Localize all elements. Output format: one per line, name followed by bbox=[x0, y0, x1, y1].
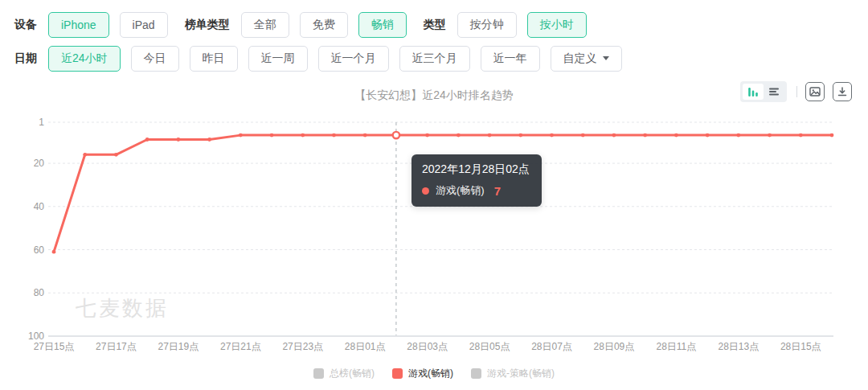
y-tick-label: 40 bbox=[34, 201, 45, 212]
chart-legend: 总榜(畅销)游戏(畅销)游戏-策略(畅销) bbox=[0, 367, 868, 380]
app-ranking-dashboard: 设备iPhoneiPad榜单类型全部免费畅销类型按分钟按小时 日期近24小时今日… bbox=[0, 0, 868, 390]
x-tick-label: 27日23点 bbox=[282, 341, 323, 352]
x-tick-label: 27日19点 bbox=[158, 341, 199, 352]
legend-swatch-icon bbox=[471, 368, 481, 379]
data-point bbox=[207, 138, 211, 142]
data-point bbox=[332, 133, 336, 138]
data-point bbox=[706, 133, 710, 138]
x-tick-label: 28日11点 bbox=[656, 341, 696, 352]
watermark: 七麦数据 bbox=[76, 294, 169, 322]
legend-item-游戏(畅销)[interactable]: 游戏(畅销) bbox=[392, 367, 453, 380]
data-point bbox=[176, 138, 180, 142]
y-tick-label: 20 bbox=[34, 158, 45, 169]
x-tick-label: 28日09点 bbox=[594, 341, 635, 352]
x-tick-label: 28日15点 bbox=[780, 341, 821, 352]
legend-swatch-icon bbox=[392, 368, 403, 379]
data-point bbox=[52, 250, 56, 254]
data-point bbox=[83, 153, 87, 157]
y-tick-label: 80 bbox=[34, 287, 45, 298]
hovered-data-point bbox=[393, 132, 399, 138]
data-point bbox=[488, 133, 492, 138]
data-point bbox=[114, 153, 118, 157]
x-tick-label: 28日13点 bbox=[718, 341, 759, 352]
x-tick-label: 27日21点 bbox=[220, 341, 261, 352]
data-point bbox=[363, 133, 367, 138]
legend-label: 游戏(畅销) bbox=[408, 367, 453, 380]
chart-tooltip: 2022年12月28日02点 游戏(畅销) 7 bbox=[411, 154, 542, 207]
data-point bbox=[768, 133, 772, 138]
data-point bbox=[301, 133, 305, 138]
legend-item-游戏-策略(畅销)[interactable]: 游戏-策略(畅销) bbox=[471, 367, 555, 380]
tooltip-series-name: 游戏(畅销) bbox=[436, 183, 485, 198]
legend-item-总榜(畅销)[interactable]: 总榜(畅销) bbox=[313, 367, 375, 380]
x-tick-label: 28日01点 bbox=[345, 341, 386, 352]
data-point bbox=[799, 133, 803, 138]
data-point bbox=[581, 133, 585, 138]
data-point bbox=[674, 133, 678, 138]
tooltip-row: 游戏(畅销) 7 bbox=[422, 183, 530, 198]
tooltip-series-value: 7 bbox=[494, 184, 501, 198]
data-point bbox=[425, 133, 429, 138]
data-point bbox=[550, 133, 554, 138]
y-tick-label: 60 bbox=[34, 244, 45, 256]
data-point bbox=[518, 133, 522, 138]
data-point bbox=[145, 138, 149, 142]
series-dot-icon bbox=[422, 187, 429, 195]
tooltip-date: 2022年12月28日02点 bbox=[422, 162, 530, 177]
x-tick-label: 27日17点 bbox=[96, 341, 137, 352]
data-point bbox=[736, 133, 740, 138]
x-tick-label: 27日15点 bbox=[34, 341, 75, 352]
y-tick-label: 1 bbox=[39, 117, 44, 128]
data-point bbox=[457, 133, 461, 138]
x-tick-label: 28日07点 bbox=[531, 341, 572, 352]
y-tick-label: 100 bbox=[28, 330, 44, 342]
x-tick-label: 28日03点 bbox=[407, 341, 448, 352]
data-point bbox=[830, 133, 834, 138]
legend-label: 总榜(畅销) bbox=[330, 367, 375, 380]
legend-label: 游戏-策略(畅销) bbox=[487, 367, 555, 380]
x-tick-label: 28日05点 bbox=[469, 341, 510, 352]
data-point bbox=[643, 133, 647, 138]
data-point bbox=[612, 133, 616, 138]
data-point bbox=[270, 133, 274, 138]
data-point bbox=[239, 133, 243, 138]
legend-swatch-icon bbox=[313, 368, 324, 379]
